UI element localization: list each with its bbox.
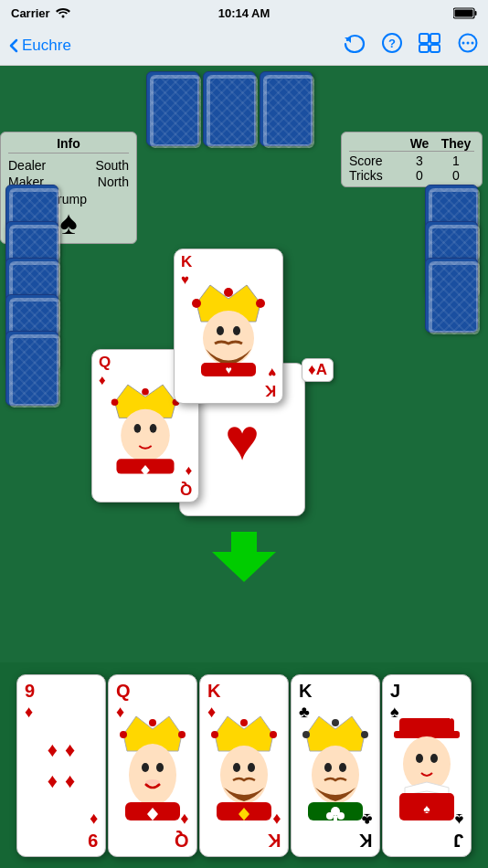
east-card-3 (425, 258, 478, 333)
king-hearts-svg: ♥ (187, 276, 270, 376)
hand-card-1-rank-tl: 9♦ (25, 681, 35, 722)
svg-point-53 (302, 731, 310, 738)
back-label: Euchre (22, 37, 71, 55)
opponent-card-1 (146, 71, 199, 146)
svg-point-36 (178, 731, 186, 738)
svg-text:♠: ♠ (423, 801, 430, 816)
svg-point-44 (211, 731, 218, 738)
svg-point-14 (472, 42, 474, 45)
svg-rect-8 (430, 34, 440, 43)
tricks-row: Tricks 0 0 (349, 168, 474, 183)
svg-point-34 (120, 731, 127, 738)
svg-rect-10 (430, 45, 440, 52)
carrier-label: Carrier (11, 6, 50, 20)
dealer-label: Dealer (8, 158, 46, 173)
hand-card-2-face (112, 704, 193, 827)
svg-point-19 (203, 311, 254, 365)
score-header: We They (349, 136, 474, 152)
svg-point-17 (224, 288, 233, 297)
center-card-suit: ♥ (225, 410, 260, 469)
svg-point-28 (121, 409, 170, 461)
svg-point-12 (462, 42, 465, 45)
back-chevron-icon (9, 38, 18, 53)
svg-rect-2 (475, 11, 477, 16)
west-card-5 (5, 331, 58, 406)
svg-point-62 (337, 812, 345, 820)
back-button[interactable]: Euchre (9, 37, 71, 55)
arrow-down-shape (212, 532, 276, 582)
svg-point-25 (111, 398, 119, 406)
tricks-they: 0 (438, 168, 474, 183)
svg-point-38 (142, 763, 149, 772)
svg-point-20 (217, 326, 224, 335)
opponent-hand (146, 71, 329, 153)
time-display: 10:14 AM (218, 6, 271, 20)
svg-point-68 (430, 754, 438, 763)
undo-button[interactable] (344, 33, 366, 58)
svg-rect-3 (455, 9, 473, 16)
hand-card-5[interactable]: J♠ J♠ (382, 674, 472, 857)
score-we: 3 (401, 153, 438, 168)
layout-button[interactable] (419, 33, 440, 58)
svg-text:?: ? (388, 37, 396, 50)
opponent-card-3 (260, 71, 313, 146)
west-hand (5, 185, 68, 404)
hand-card-3[interactable]: K♦ K♦ (199, 674, 289, 857)
svg-point-61 (326, 812, 334, 820)
down-arrow (212, 532, 276, 582)
hand-card-1[interactable]: 9♦ 9♦ ♦ ♦ ♦ ♦ (16, 674, 106, 857)
hand-card-4-face (295, 704, 376, 827)
svg-rect-63 (334, 816, 337, 820)
svg-point-48 (233, 763, 240, 772)
svg-point-58 (339, 763, 346, 772)
score-they: 1 (438, 153, 474, 168)
hand-card-1-rank-br: 9♦ (88, 810, 98, 851)
svg-point-54 (332, 719, 339, 726)
undo-icon (344, 33, 366, 53)
score-row: Score 3 1 (349, 153, 474, 168)
svg-point-45 (240, 719, 248, 726)
game-area: Info Dealer South Maker North Trump ♠ We (0, 66, 488, 868)
hand-card-4[interactable]: K♣ K♣ (291, 674, 380, 857)
svg-text:♥: ♥ (225, 364, 231, 376)
maker-value: North (98, 175, 129, 189)
help-button[interactable]: ? (382, 33, 402, 58)
svg-point-18 (256, 299, 265, 308)
hand-card-2[interactable]: Q♦ Q♦ (108, 674, 197, 857)
svg-point-55 (361, 731, 368, 738)
hand-card-1-pips: ♦ ♦ ♦ ♦ (48, 738, 75, 793)
east-hand (420, 185, 483, 404)
dealer-value: South (95, 158, 129, 173)
jack-spades-hand-svg: ♠ (390, 711, 463, 820)
tricks-we: 0 (401, 168, 438, 183)
ace-label: ♦A (302, 358, 334, 382)
king-diamonds-hand-svg (207, 711, 281, 820)
battery-icon (453, 7, 477, 19)
score-panel: We They Score 3 1 Tricks 0 0 (341, 132, 483, 187)
svg-rect-7 (419, 34, 429, 43)
score-label: Score (349, 153, 401, 168)
status-bar: Carrier 10:14 AM (0, 0, 488, 26)
info-title: Info (8, 136, 129, 153)
svg-rect-9 (419, 45, 429, 52)
svg-point-21 (233, 326, 240, 335)
north-card-face: ♥ (182, 275, 275, 377)
nav-icons: ? (344, 33, 479, 58)
svg-point-13 (467, 42, 470, 45)
svg-point-16 (192, 299, 201, 308)
svg-point-37 (129, 744, 176, 806)
wifi-icon (56, 7, 70, 18)
more-button[interactable] (457, 33, 479, 58)
nav-bar: Euchre ? (0, 26, 488, 66)
dealer-row: Dealer South (8, 157, 129, 174)
svg-point-26 (142, 388, 149, 396)
they-header: They (438, 136, 474, 151)
hand-area: 9♦ 9♦ ♦ ♦ ♦ ♦ Q♦ Q♦ (0, 662, 488, 868)
queen-diamonds-hand-svg (116, 711, 189, 820)
we-header: We (401, 136, 438, 151)
more-icon (457, 33, 479, 53)
svg-marker-4 (345, 37, 351, 43)
opponent-card-2 (203, 71, 256, 146)
hand-card-5-face: ♠ (387, 704, 467, 827)
king-clubs-hand-svg (299, 711, 372, 820)
